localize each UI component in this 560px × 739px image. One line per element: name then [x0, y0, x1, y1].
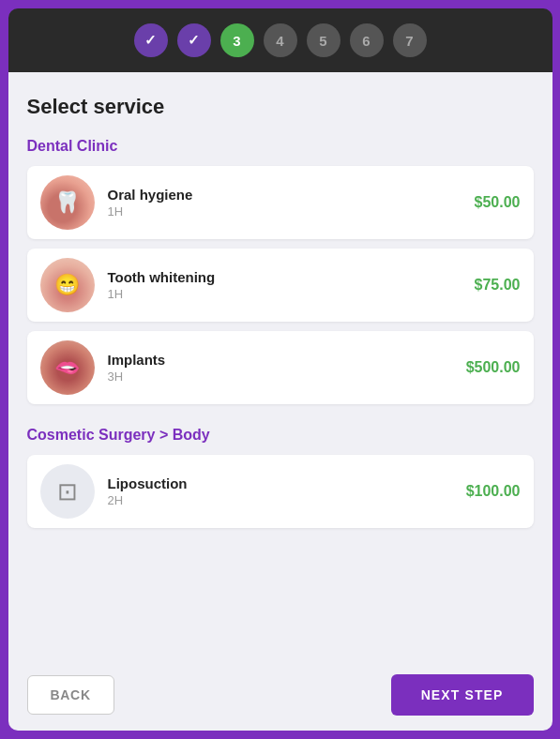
implants-info: Implants 3H [108, 352, 453, 384]
section-title-cosmetic: Cosmetic Surgery > Body [27, 427, 534, 444]
section-title-dental: Dental Clinic [27, 138, 534, 155]
oral-hygiene-price: $50.00 [475, 194, 521, 211]
oral-hygiene-info: Oral hygiene 1H [108, 187, 462, 219]
dental-service-list: Oral hygiene 1H $50.00 Tooth whitening 1… [27, 166, 534, 404]
step-5[interactable]: 5 [307, 23, 341, 57]
step-4[interactable]: 4 [264, 23, 297, 57]
oral-hygiene-name: Oral hygiene [108, 187, 462, 203]
cosmetic-service-list: ⊡ Liposuction 2H $100.00 [27, 455, 534, 528]
bottom-bar: BACK NEXT STEP [8, 663, 552, 731]
tooth-whitening-duration: 1H [108, 287, 462, 301]
implants-duration: 3H [108, 370, 453, 384]
step-3[interactable]: 3 [220, 23, 254, 57]
liposuction-image: ⊡ [40, 464, 95, 519]
app-frame: ✓ ✓ 3 4 5 6 7 Select service Dental Clin… [8, 8, 552, 731]
tooth-whitening-name: Tooth whitening [108, 269, 462, 285]
implants-price: $500.00 [466, 359, 521, 376]
tooth-whitening-price: $75.00 [475, 277, 521, 294]
lipo-icon: ⊡ [57, 477, 78, 506]
liposuction-info: Liposuction 2H [108, 475, 453, 507]
tooth-whitening-info: Tooth whitening 1H [108, 269, 462, 301]
oral-hygiene-duration: 1H [108, 204, 462, 219]
service-oral-hygiene[interactable]: Oral hygiene 1H $50.00 [27, 166, 534, 239]
service-tooth-whitening[interactable]: Tooth whitening 1H $75.00 [27, 249, 534, 322]
oral-hygiene-image [40, 175, 95, 230]
step-1[interactable]: ✓ [134, 23, 168, 57]
service-implants[interactable]: Implants 3H $500.00 [27, 331, 534, 404]
implants-image [40, 340, 95, 395]
step-7[interactable]: 7 [393, 23, 427, 57]
next-step-button[interactable]: NEXT STEP [391, 674, 534, 716]
step-2[interactable]: ✓ [177, 23, 211, 57]
tooth-whitening-image [40, 258, 95, 312]
implants-name: Implants [108, 352, 453, 368]
liposuction-name: Liposuction [108, 475, 453, 491]
main-content: Select service Dental Clinic Oral hygien… [8, 72, 552, 663]
liposuction-duration: 2H [108, 493, 453, 507]
step-bar: ✓ ✓ 3 4 5 6 7 [8, 8, 552, 72]
liposuction-price: $100.00 [466, 483, 521, 500]
page-title: Select service [27, 95, 534, 119]
step-6[interactable]: 6 [350, 23, 384, 57]
service-liposuction[interactable]: ⊡ Liposuction 2H $100.00 [27, 455, 534, 528]
back-button[interactable]: BACK [27, 675, 114, 715]
